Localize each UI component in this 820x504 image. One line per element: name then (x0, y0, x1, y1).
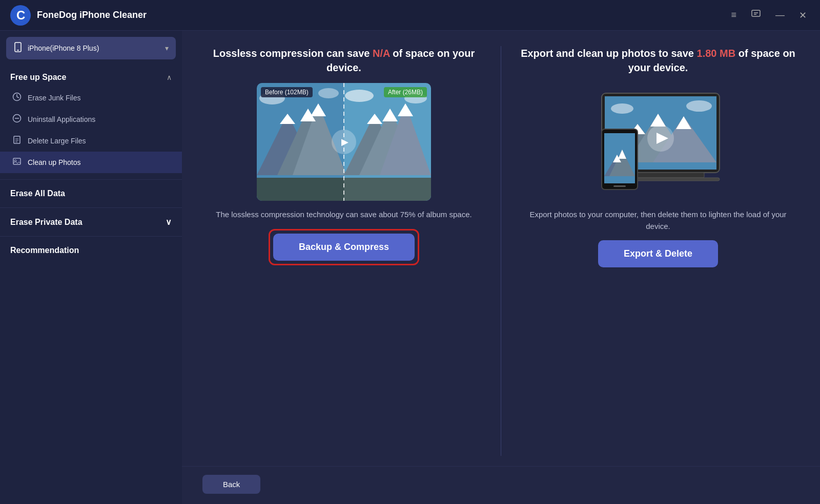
close-button[interactable]: ✕ (796, 8, 810, 23)
right-card-title-part1: Export and clean up photos to save (521, 48, 696, 59)
free-up-space-title: Free up Space (10, 73, 66, 82)
device-selector-arrow-icon: ▾ (165, 44, 169, 52)
svg-rect-57 (613, 185, 626, 187)
svg-point-48 (686, 100, 712, 112)
right-card-desc: Export photos to your computer, then del… (517, 209, 799, 232)
erase-private-data-label: Erase Private Data (10, 218, 83, 227)
image-comparison: Before (102MB) After (26MB) (257, 83, 431, 201)
titlebar: C FoneDog iPhone Cleaner ≡ — ✕ (0, 0, 820, 31)
menu-button[interactable]: ≡ (728, 8, 740, 23)
right-card-title: Export and clean up photos to save 1.80 … (517, 46, 799, 75)
left-card-desc: The lossless compression technology can … (216, 209, 471, 221)
content-main: Lossless compression can save N/A of spa… (182, 31, 820, 466)
minimize-button[interactable]: — (772, 8, 788, 23)
sidebar-item-delete-large[interactable]: Delete Large Files (0, 130, 182, 152)
play-button[interactable] (332, 130, 356, 154)
svg-line-9 (17, 97, 19, 98)
erase-junk-label: Erase Junk Files (28, 94, 80, 102)
sidebar-divider-1 (0, 179, 182, 180)
right-card-highlight: 1.80 MB (697, 48, 736, 59)
svg-rect-36 (257, 178, 344, 201)
left-card-title: Lossless compression can save N/A of spa… (202, 46, 485, 75)
titlebar-controls: ≡ — ✕ (728, 7, 810, 24)
content-area: Lossless compression can save N/A of spa… (182, 31, 820, 504)
sidebar-item-erase-junk[interactable]: Erase Junk Files (0, 87, 182, 109)
device-icon (13, 42, 23, 54)
svg-rect-12 (14, 136, 20, 143)
backup-button-wrapper: Backup & Compress (269, 229, 419, 265)
sidebar-item-recommendation[interactable]: Recommendation (0, 239, 182, 262)
chat-button[interactable] (748, 7, 764, 24)
app-logo-icon: C (10, 5, 31, 26)
erase-private-chevron-icon: ∨ (166, 217, 172, 227)
sidebar-item-erase-private-data[interactable]: Erase Private Data ∨ (0, 210, 182, 234)
sidebar-item-cleanup-photos[interactable]: Clean up Photos (0, 152, 182, 173)
svg-point-34 (345, 90, 374, 102)
uninstall-apps-label: Uninstall Applications (28, 115, 95, 123)
sidebar-item-erase-all-data[interactable]: Erase All Data (0, 182, 182, 205)
backup-compress-card: Lossless compression can save N/A of spa… (202, 46, 485, 456)
photo-icon (12, 157, 22, 168)
export-delete-button[interactable]: Export & Delete (598, 240, 718, 267)
export-image-mockup (571, 83, 745, 201)
left-card-highlight: N/A (373, 48, 390, 59)
backup-compress-button[interactable]: Backup & Compress (273, 234, 415, 261)
sidebar-item-uninstall-apps[interactable]: Uninstall Applications (0, 109, 182, 130)
after-label: After (26MB) (384, 87, 427, 97)
uninstall-icon (12, 114, 22, 125)
device-name: iPhone(iPhone 8 Plus) (28, 44, 160, 52)
device-selector[interactable]: iPhone(iPhone 8 Plus) ▾ (6, 37, 176, 59)
left-card-title-part1: Lossless compression can save (213, 48, 373, 59)
svg-rect-37 (344, 178, 431, 201)
bottom-bar: Back (182, 466, 820, 504)
export-delete-card: Export and clean up photos to save 1.80 … (517, 46, 799, 456)
export-mockup-image (571, 83, 745, 201)
svg-point-33 (318, 88, 339, 98)
clock-icon (12, 92, 22, 103)
delete-large-label: Delete Large Files (28, 137, 86, 145)
sidebar: iPhone(iPhone 8 Plus) ▾ Free up Space ∧ … (0, 31, 182, 504)
free-up-space-arrow-icon: ∧ (167, 73, 172, 81)
card-divider (501, 46, 501, 456)
titlebar-left: C FoneDog iPhone Cleaner (10, 5, 147, 26)
free-up-space-header[interactable]: Free up Space ∧ (0, 68, 182, 87)
back-button[interactable]: Back (202, 475, 260, 494)
free-up-space-section: Free up Space ∧ Erase Junk Files (0, 68, 182, 177)
svg-text:C: C (16, 8, 25, 22)
file-icon (12, 135, 22, 146)
main-layout: iPhone(iPhone 8 Plus) ▾ Free up Space ∧ … (0, 31, 820, 504)
sidebar-divider-2 (0, 207, 182, 208)
sidebar-divider-3 (0, 236, 182, 237)
app-title: FoneDog iPhone Cleaner (37, 10, 147, 20)
before-label: Before (102MB) (261, 87, 313, 97)
cleanup-photos-label: Clean up Photos (28, 158, 81, 166)
svg-rect-2 (752, 10, 760, 16)
svg-point-47 (611, 103, 633, 114)
